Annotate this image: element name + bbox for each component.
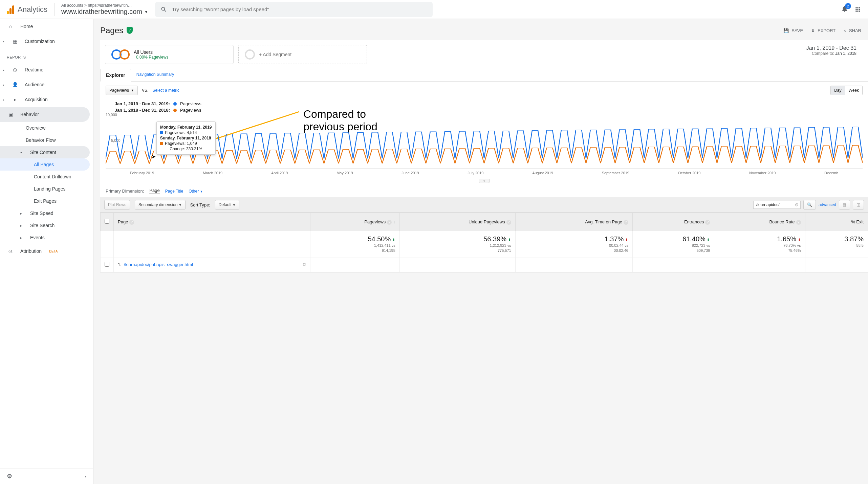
select-all-checkbox[interactable]	[105, 219, 109, 224]
chart-tooltip: Monday, February 11, 2019 Pageviews: 4,5…	[156, 122, 216, 155]
logo-text: Analytics	[18, 5, 47, 14]
export-button[interactable]: ⬇EXPORT	[811, 28, 836, 33]
behavior-icon: ▣	[7, 112, 14, 117]
col-page[interactable]: Page?	[114, 213, 310, 231]
dashboard-icon: ▦	[11, 39, 19, 44]
data-table: Page? Pageviews? ↓ Unique Pageviews? Avg…	[100, 213, 868, 272]
gear-icon[interactable]: ⚙	[7, 472, 12, 480]
col-avg-time[interactable]: Avg. Time on Page?	[515, 213, 632, 231]
property-path: All accounts > https://idratherbewritin…	[61, 3, 148, 8]
search-input[interactable]	[172, 6, 427, 12]
nav-attribution[interactable]: ઌAttributionBETA	[0, 244, 93, 259]
main-content: Pages ✓ 💾SAVE ⬇EXPORT <SHAR All Users +0…	[93, 19, 868, 484]
chart-legend: Jan 1, 2019 - Dec 31, 2019:Pageviews Jan…	[100, 99, 868, 115]
filter-input[interactable]	[753, 201, 801, 209]
add-segment-button[interactable]: + Add Segment	[238, 45, 367, 64]
share-button[interactable]: <SHAR	[844, 28, 861, 33]
clear-icon[interactable]: ⊘	[795, 202, 799, 207]
analytics-logo-icon	[7, 5, 14, 14]
gran-week[interactable]: Week	[845, 86, 862, 95]
nav-events[interactable]: ▸Events	[0, 232, 93, 244]
nav-site-content[interactable]: ▾Site Content	[0, 146, 90, 158]
clock-icon: ◷	[11, 67, 19, 72]
granularity-buttons: Day Week	[830, 86, 863, 95]
secondary-dim-button[interactable]: Secondary dimension ▼	[135, 200, 186, 210]
notifications-button[interactable]: 2	[841, 5, 848, 14]
filter-search-button[interactable]: 🔍	[803, 200, 816, 210]
home-icon: ⌂	[7, 24, 14, 29]
table-row[interactable]: 1. /learnapidoc/pubapis_swagger.html ⧉	[101, 258, 868, 272]
nav-site-speed[interactable]: ▸Site Speed	[0, 207, 93, 219]
dim-page-title[interactable]: Page Title	[165, 189, 183, 194]
reports-heading: REPORTS	[0, 52, 93, 62]
nav-exit-pages[interactable]: Exit Pages	[0, 195, 93, 207]
x-axis-labels: February 2019March 2019April 2019May 201…	[106, 169, 863, 179]
chevron-down-icon: ▼	[144, 9, 148, 14]
save-icon: 💾	[783, 28, 789, 33]
nav-behavior[interactable]: ▣Behavior	[0, 107, 90, 122]
attribution-icon: ઌ	[7, 248, 14, 254]
collapse-icon[interactable]: ‹	[85, 474, 86, 479]
search-box[interactable]	[155, 2, 433, 17]
sort-type-button[interactable]: Default ▼	[215, 200, 239, 210]
share-icon: <	[844, 28, 846, 33]
drag-handle-icon[interactable]: ▾	[479, 179, 490, 183]
nav-home[interactable]: ⌂Home	[0, 19, 93, 34]
dim-page[interactable]: Page	[149, 188, 159, 194]
notification-badge: 2	[845, 3, 851, 9]
save-button[interactable]: 💾SAVE	[783, 28, 803, 33]
nav-content-drilldown[interactable]: Content Drilldown	[0, 171, 93, 183]
report-tabs: Explorer Navigation Summary	[100, 69, 868, 82]
chart[interactable]: 10,000 5,000 Monday, February 11, 2019 P…	[100, 115, 868, 183]
logo[interactable]: Analytics	[7, 5, 47, 14]
gran-day[interactable]: Day	[831, 86, 845, 95]
page-title: Pages ✓	[100, 26, 133, 35]
col-pageviews[interactable]: Pageviews? ↓	[310, 213, 399, 231]
topbar: Analytics All accounts > https://idrathe…	[0, 0, 868, 19]
nav-realtime[interactable]: ▸◷Realtime	[0, 62, 93, 77]
apps-icon[interactable]	[854, 6, 861, 13]
cursor-icon: ➤	[151, 153, 156, 160]
col-bounce[interactable]: Bounce Rate?	[714, 213, 805, 231]
nav-behavior-flow[interactable]: Behavior Flow	[0, 134, 93, 146]
col-unique[interactable]: Unique Pageviews?	[399, 213, 515, 231]
view-table-icon[interactable]: ▦	[839, 200, 850, 210]
shield-icon: ✓	[127, 27, 133, 34]
nav-landing-pages[interactable]: Landing Pages	[0, 183, 93, 195]
sort-down-icon: ↓	[393, 219, 395, 224]
person-icon: 👤	[11, 82, 19, 87]
segment-all-users[interactable]: All Users +0.00% Pageviews	[105, 45, 234, 64]
dim-other[interactable]: Other ▼	[189, 189, 203, 194]
nav-acquisition[interactable]: ▸▸Acquisition	[0, 92, 93, 107]
nav-audience[interactable]: ▸👤Audience	[0, 77, 93, 92]
nav-customization[interactable]: ▸▦Customization	[0, 34, 93, 49]
plot-rows-button[interactable]: Plot Rows	[104, 200, 130, 210]
col-exit[interactable]: % Exit	[805, 213, 868, 231]
row-checkbox[interactable]	[105, 262, 109, 267]
nav-overview[interactable]: Overview	[0, 122, 93, 134]
tab-navsum[interactable]: Navigation Summary	[131, 69, 179, 81]
metric-selector[interactable]: Pageviews ▼	[106, 86, 138, 95]
view-other-icon[interactable]: ◫	[853, 200, 864, 210]
advanced-link[interactable]: advanced	[819, 202, 836, 207]
nav-site-search[interactable]: ▸Site Search	[0, 219, 93, 232]
chevron-down-icon: ▼	[131, 89, 134, 92]
search-icon	[160, 6, 167, 13]
nav-all-pages[interactable]: All Pages	[0, 158, 90, 171]
download-icon: ⬇	[811, 28, 815, 33]
external-link-icon[interactable]: ⧉	[303, 262, 306, 267]
property-selector[interactable]: All accounts > https://idratherbewritin……	[61, 3, 148, 16]
sidebar: ⌂Home ▸▦Customization REPORTS ▸◷Realtime…	[0, 19, 93, 484]
select-metric-link[interactable]: Select a metric	[152, 88, 179, 93]
acquisition-icon: ▸	[11, 97, 19, 102]
col-entrances[interactable]: Entrances?	[632, 213, 714, 231]
page-link[interactable]: /learnapidoc/pubapis_swagger.html	[124, 262, 193, 267]
date-range-selector[interactable]: Jan 1, 2019 - Dec 31 Compare to: Jan 1, …	[806, 45, 863, 56]
property-name: www.idratherbewriting.com ▼	[61, 8, 148, 16]
totals-row: 54.50% ⬆1,412,411 vs914,198 56.39% ⬆1,21…	[101, 231, 868, 258]
tab-explorer[interactable]: Explorer	[100, 69, 131, 82]
